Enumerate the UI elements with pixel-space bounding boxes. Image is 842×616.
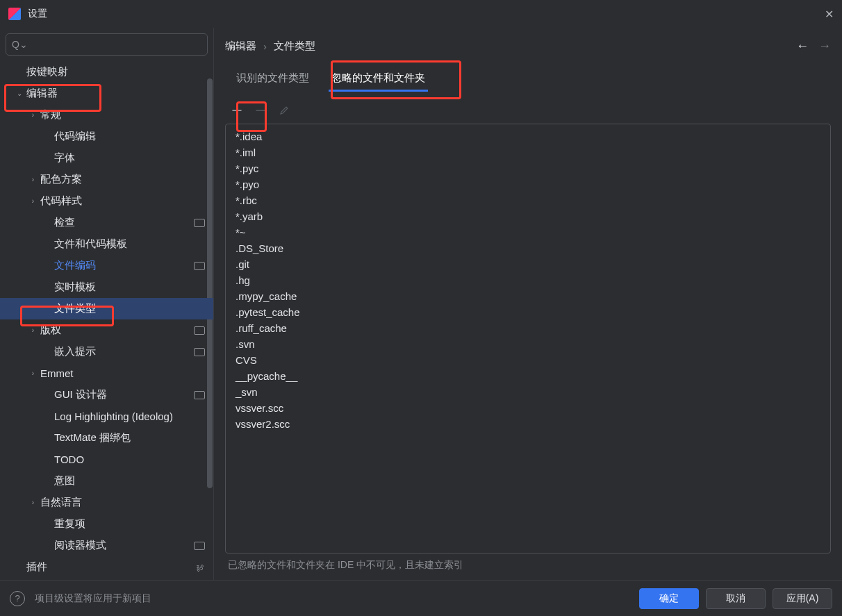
tree-item-label: 按键映射 xyxy=(26,65,205,78)
sidebar-item[interactable]: 插件🝳 xyxy=(0,556,213,578)
sidebar-item[interactable]: ›自然语言 xyxy=(0,492,213,513)
sidebar-item[interactable]: ›代码样式 xyxy=(0,190,213,212)
tree-item-label: TextMate 捆绑包 xyxy=(54,431,205,444)
close-icon[interactable]: ✕ xyxy=(825,8,834,21)
project-level-badge-icon xyxy=(194,391,205,399)
tree-item-label: 常规 xyxy=(40,108,205,122)
sidebar-item[interactable]: 嵌入提示 xyxy=(0,341,213,363)
tree-item-label: 文件和代码模板 xyxy=(54,238,205,251)
sidebar-item[interactable]: 重复项 xyxy=(0,513,213,535)
apply-button[interactable]: 应用(A) xyxy=(773,588,832,609)
tree-item-label: Emmet xyxy=(40,367,205,379)
ignore-pattern-item[interactable]: .ruff_cache xyxy=(226,320,830,336)
settings-search[interactable]: Q⌄ xyxy=(6,33,208,56)
sidebar-item[interactable]: GUI 设计器 xyxy=(0,384,213,406)
chevron-right-icon: › xyxy=(28,176,38,183)
tree-item-label: 配色方案 xyxy=(40,173,205,186)
ignore-pattern-item[interactable]: .DS_Store xyxy=(226,240,830,256)
nav-forward-icon[interactable]: → xyxy=(818,39,831,53)
sidebar-item[interactable]: 意图 xyxy=(0,470,213,492)
breadcrumb: 编辑器 › 文件类型 xyxy=(225,40,315,53)
add-button[interactable] xyxy=(228,101,246,119)
tree-item-label: 编辑器 xyxy=(26,87,205,100)
chevron-right-icon: › xyxy=(28,111,38,119)
ignore-pattern-item[interactable]: __pycache__ xyxy=(226,368,830,384)
ignore-pattern-item[interactable]: *.iml xyxy=(226,144,830,160)
sidebar-item[interactable]: 检查 xyxy=(0,212,213,233)
ignore-pattern-item[interactable]: *.rbc xyxy=(226,192,830,208)
breadcrumb-part: 文件类型 xyxy=(274,40,315,53)
remove-button[interactable] xyxy=(251,101,270,119)
settings-search-input[interactable] xyxy=(32,39,201,50)
ignore-pattern-item[interactable]: .hg xyxy=(226,272,830,288)
sidebar-item[interactable]: TODO xyxy=(0,449,213,470)
project-level-badge-icon xyxy=(194,262,205,270)
sidebar-item[interactable]: 文件和代码模板 xyxy=(0,233,213,255)
window-title: 设置 xyxy=(28,8,47,20)
tree-item-label: 代码编辑 xyxy=(54,130,205,143)
ignore-pattern-item[interactable]: *~ xyxy=(226,224,830,240)
project-level-badge-icon xyxy=(194,542,205,550)
ignore-pattern-item[interactable]: *.idea xyxy=(226,128,830,144)
sidebar-item[interactable]: 阅读器模式 xyxy=(0,535,213,556)
tree-item-label: 文件编码 xyxy=(54,259,194,272)
chevron-right-icon: › xyxy=(28,326,38,334)
tree-item-label: 检查 xyxy=(54,216,194,229)
sidebar-item[interactable]: ›常规 xyxy=(0,104,213,126)
sidebar-item[interactable]: ›配色方案 xyxy=(0,169,213,190)
sidebar-item[interactable]: TextMate 捆绑包 xyxy=(0,427,213,449)
chevron-right-icon: › xyxy=(28,499,38,506)
sidebar-item[interactable]: ›Emmet xyxy=(0,363,213,384)
tree-item-label: 自然语言 xyxy=(40,496,205,509)
cancel-button[interactable]: 取消 xyxy=(706,588,766,609)
sidebar-item[interactable]: ›版权 xyxy=(0,319,213,341)
footer-note: 项目级设置将应用于新项目 xyxy=(35,592,151,605)
settings-tree[interactable]: 按键映射⌄编辑器›常规代码编辑字体›配色方案›代码样式检查文件和代码模板文件编码… xyxy=(0,61,213,580)
edit-button[interactable] xyxy=(275,101,293,119)
ignore-pattern-item[interactable]: *.pyo xyxy=(226,176,830,192)
tab-ignored-files[interactable]: 忽略的文件和文件夹 xyxy=(320,66,436,92)
ignore-pattern-item[interactable]: .mypy_cache xyxy=(226,288,830,304)
tree-item-label: 字体 xyxy=(54,151,205,165)
ignore-pattern-item[interactable]: vssver.scc xyxy=(226,400,830,416)
ok-button[interactable]: 确定 xyxy=(639,588,699,609)
sidebar-item[interactable]: 文件类型 xyxy=(0,298,213,319)
ignore-hint: 已忽略的文件和文件夹在 IDE 中不可见，且未建立索引 xyxy=(225,553,831,580)
tree-item-label: 重复项 xyxy=(54,517,205,531)
project-level-badge-icon xyxy=(194,348,205,356)
tree-item-label: GUI 设计器 xyxy=(54,388,194,401)
ignore-pattern-item[interactable]: .svn xyxy=(226,336,830,352)
ignore-pattern-item[interactable]: vssver2.scc xyxy=(226,416,830,432)
ignore-pattern-item[interactable]: *.pyc xyxy=(226,160,830,176)
tree-item-label: 嵌入提示 xyxy=(54,345,194,358)
ignore-pattern-item[interactable]: _svn xyxy=(226,384,830,400)
sidebar-item[interactable]: ⌄编辑器 xyxy=(0,83,213,104)
project-level-badge-icon xyxy=(194,219,205,227)
tree-item-label: 阅读器模式 xyxy=(54,539,194,552)
localization-icon: 🝳 xyxy=(195,562,205,573)
sidebar-item[interactable]: 实时模板 xyxy=(0,276,213,298)
ignore-pattern-item[interactable]: *.yarb xyxy=(226,208,830,224)
chevron-right-icon: › xyxy=(263,40,267,52)
tree-item-label: 版权 xyxy=(40,324,194,337)
ignore-patterns-list[interactable]: *.idea*.iml*.pyc*.pyo*.rbc*.yarb*~.DS_St… xyxy=(225,124,831,553)
tab-recognized-filetypes[interactable]: 识别的文件类型 xyxy=(225,66,320,92)
sidebar-item[interactable]: 文件编码 xyxy=(0,255,213,276)
nav-back-icon[interactable]: ← xyxy=(796,39,809,53)
ignore-pattern-item[interactable]: .git xyxy=(226,256,830,272)
sidebar-item[interactable]: 按键映射 xyxy=(0,61,213,83)
sidebar-item[interactable]: 字体 xyxy=(0,147,213,169)
tree-item-label: Log Highlighting (Ideolog) xyxy=(54,410,205,422)
breadcrumb-part[interactable]: 编辑器 xyxy=(225,40,256,53)
tree-item-label: 插件 xyxy=(26,560,195,574)
help-icon[interactable]: ? xyxy=(10,591,25,606)
chevron-right-icon: › xyxy=(28,197,38,205)
sidebar-item[interactable]: Log Highlighting (Ideolog) xyxy=(0,406,213,427)
tree-item-label: TODO xyxy=(54,453,205,465)
ignore-pattern-item[interactable]: .pytest_cache xyxy=(226,304,830,320)
tree-item-label: 代码样式 xyxy=(40,194,205,208)
sidebar-item[interactable]: 代码编辑 xyxy=(0,126,213,147)
chevron-right-icon: › xyxy=(28,369,38,377)
ignore-pattern-item[interactable]: CVS xyxy=(226,352,830,368)
tree-item-label: 意图 xyxy=(54,474,205,488)
